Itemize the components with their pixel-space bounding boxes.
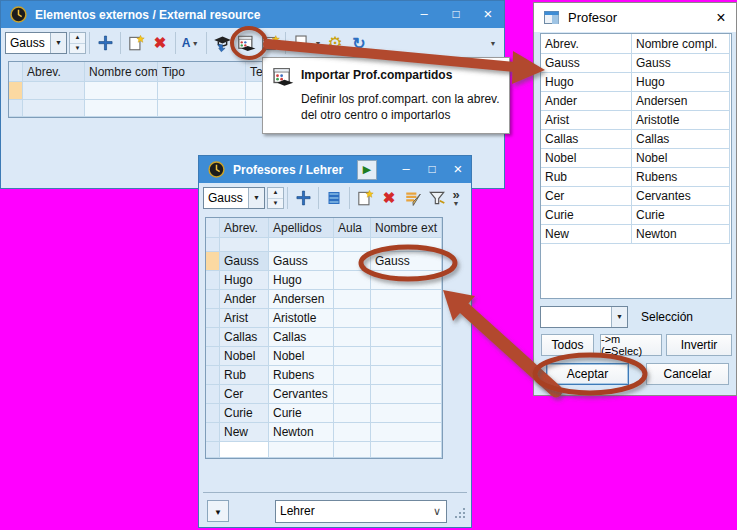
table-cell[interactable]: Rubens <box>632 168 730 187</box>
element-spinner[interactable]: ▲ ▼ <box>69 32 86 54</box>
element-type-combobox[interactable]: Lehrer ∨ <box>275 500 447 523</box>
table-cell[interactable]: Hugo <box>541 73 632 92</box>
grid-cell[interactable] <box>371 328 442 347</box>
delete-button[interactable]: ✖ <box>377 186 401 210</box>
edit-fields-button[interactable] <box>401 186 425 210</box>
grid-cell[interactable] <box>334 366 371 385</box>
resize-grip[interactable] <box>455 508 465 518</box>
column-header[interactable]: Abrev. <box>541 34 632 54</box>
grid-cell[interactable]: Gauss <box>269 252 334 271</box>
settings-button[interactable]: ⚙ <box>323 31 347 55</box>
row-marker[interactable] <box>206 385 220 404</box>
grid-cell[interactable] <box>334 328 371 347</box>
table-cell[interactable]: Gauss <box>541 54 632 73</box>
fit-view-button[interactable] <box>93 31 117 55</box>
grid-cell[interactable]: Rub <box>220 366 269 385</box>
table-cell[interactable]: Callas <box>541 130 632 149</box>
grid-cell[interactable]: Newton <box>269 423 334 442</box>
close-button[interactable]: × <box>706 9 736 27</box>
new-element-button[interactable] <box>124 31 148 55</box>
grid-cell[interactable] <box>371 271 442 290</box>
grid-cell[interactable] <box>371 290 442 309</box>
maximize-button[interactable]: □ <box>419 156 445 183</box>
table-cell[interactable]: Nobel <box>632 149 730 168</box>
table-cell[interactable]: New <box>541 225 632 244</box>
column-header[interactable]: Apellidos <box>269 218 334 238</box>
table-cell[interactable]: Gauss <box>632 54 730 73</box>
column-header[interactable]: Aula <box>334 218 371 238</box>
grid-cell[interactable] <box>371 385 442 404</box>
fit-view-button[interactable] <box>291 186 315 210</box>
import-shared-teachers-button[interactable] <box>234 31 258 55</box>
grid-cell[interactable] <box>334 347 371 366</box>
grid-cell[interactable]: Callas <box>220 328 269 347</box>
row-marker[interactable] <box>206 347 220 366</box>
aceptar-button[interactable]: Aceptar <box>546 363 629 385</box>
row-marker-selected[interactable] <box>206 252 220 271</box>
grid-cell[interactable]: Arist <box>220 309 269 328</box>
row-marker[interactable] <box>206 290 220 309</box>
grid-cell[interactable] <box>269 238 334 252</box>
grid-cell[interactable] <box>334 442 371 458</box>
minimize-button[interactable]: – <box>393 156 419 183</box>
minimize-button[interactable]: – <box>408 1 440 28</box>
grid-cell[interactable]: Cervantes <box>269 385 334 404</box>
grid-cell[interactable] <box>23 100 85 117</box>
table-cell[interactable]: Hugo <box>632 73 730 92</box>
grid-cell[interactable]: Andersen <box>269 290 334 309</box>
grid-cell[interactable]: Hugo <box>269 271 334 290</box>
row-marker[interactable] <box>206 423 220 442</box>
close-button[interactable]: × <box>472 1 504 28</box>
grid-cell[interactable] <box>220 238 269 252</box>
external-window-titlebar[interactable]: Elementos externos / External resource –… <box>1 1 504 28</box>
table-cell[interactable]: Curie <box>632 206 730 225</box>
teacher-combobox[interactable]: Gauss ▼ <box>203 187 265 209</box>
element-combobox[interactable]: Gauss ▼ <box>5 32 67 54</box>
sort-button[interactable]: A ▼ <box>179 31 203 55</box>
m-selec-button[interactable]: ->m (=Selec) <box>600 334 662 356</box>
grid-cell[interactable] <box>158 82 246 100</box>
grid-cell[interactable] <box>269 442 334 458</box>
table-cell[interactable]: Newton <box>632 225 730 244</box>
grid-cell[interactable] <box>23 82 85 100</box>
column-header[interactable]: Nombre ext <box>371 218 442 238</box>
row-marker[interactable] <box>9 100 23 117</box>
table-cell[interactable]: Arist <box>541 111 632 130</box>
column-header[interactable]: Nombre comp <box>85 62 158 82</box>
teacher-spinner[interactable]: ▲ ▼ <box>267 187 284 209</box>
activate-window-button[interactable]: ▶ <box>357 160 377 180</box>
grid-cell[interactable]: Rubens <box>269 366 334 385</box>
grid-cell[interactable]: Nobel <box>269 347 334 366</box>
table-cell[interactable]: Rub <box>541 168 632 187</box>
table-cell[interactable]: Cervantes <box>632 187 730 206</box>
grid-cell[interactable]: Aristotle <box>269 309 334 328</box>
grid-cell[interactable] <box>371 347 442 366</box>
spin-down-icon[interactable]: ▼ <box>70 44 85 54</box>
cancelar-button[interactable]: Cancelar <box>646 363 729 385</box>
grid-cell[interactable] <box>334 271 371 290</box>
grid-cell[interactable]: Hugo <box>220 271 269 290</box>
grid-cell[interactable] <box>371 238 442 252</box>
grid-cell[interactable] <box>85 100 158 117</box>
profesores-window-titlebar[interactable]: Profesores / Lehrer ▶ – □ × <box>199 156 471 183</box>
grid-cell[interactable] <box>371 442 442 458</box>
grid-cell[interactable] <box>334 404 371 423</box>
invertir-button[interactable]: Invertir <box>666 334 732 356</box>
grid-cell[interactable]: Curie <box>269 404 334 423</box>
combo-dropdown-button[interactable]: ▼ <box>611 307 627 327</box>
filter-button[interactable] <box>425 186 449 210</box>
report-dropdown-icon[interactable]: ▼ <box>313 40 323 47</box>
grid-cell[interactable]: Nobel <box>220 347 269 366</box>
row-marker[interactable] <box>206 442 220 458</box>
table-cell[interactable]: Andersen <box>632 92 730 111</box>
row-marker[interactable] <box>206 309 220 328</box>
grid-cell[interactable] <box>334 309 371 328</box>
row-marker[interactable] <box>206 404 220 423</box>
column-header[interactable]: Abrev. <box>23 62 85 82</box>
toolbar-overflow-icon[interactable]: ▼ <box>488 40 498 47</box>
todos-button[interactable]: Todos <box>541 334 594 356</box>
maximize-button[interactable]: □ <box>440 1 472 28</box>
profesor-dialog-titlebar[interactable]: Profesor × <box>534 3 736 32</box>
grid-cell[interactable]: Curie <box>220 404 269 423</box>
table-cell[interactable]: Cer <box>541 187 632 206</box>
